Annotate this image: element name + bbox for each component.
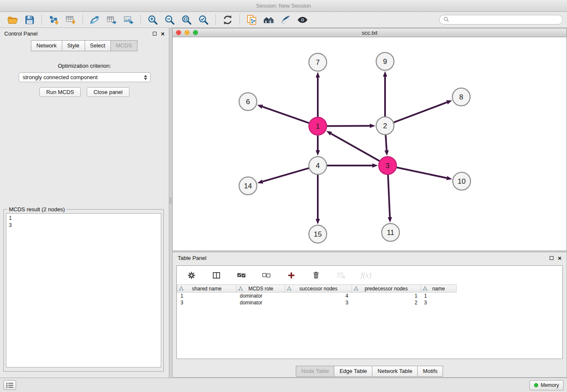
graph-node-8[interactable]: 8 [452, 88, 470, 106]
task-history-button[interactable] [3, 380, 16, 390]
float-table-panel-button[interactable] [550, 256, 553, 260]
zoom-selected-button[interactable] [195, 13, 212, 27]
graph-edge-2-3[interactable] [385, 135, 389, 156]
table-tab-network-table[interactable]: Network Table [372, 366, 418, 377]
network-window-titlebar[interactable]: × − + scc.txt [173, 28, 567, 37]
export-network-button[interactable] [86, 13, 103, 27]
home-button[interactable] [260, 13, 277, 27]
import-table-button[interactable] [62, 13, 79, 27]
criterion-dropdown[interactable]: strongly connected component [19, 72, 151, 82]
column-header-label: predecessor nodes [365, 286, 408, 292]
window-titlebar[interactable]: Session: New Session [0, 0, 567, 12]
graph-edge-4-14[interactable] [257, 168, 309, 184]
mcds-result-text[interactable]: 1 3 [6, 213, 161, 367]
table-cell[interactable]: 3 [421, 299, 456, 306]
table-row[interactable]: 3dominator323 [177, 299, 457, 306]
tab-mcds[interactable]: MCDS [110, 40, 138, 51]
tab-style[interactable]: Style [62, 40, 85, 51]
table-row[interactable]: 1dominator411 [177, 293, 457, 299]
table-tab-motifs[interactable]: Motifs [417, 366, 443, 377]
toggle-column-button[interactable] [208, 268, 225, 282]
graph-node-9[interactable]: 9 [376, 52, 394, 70]
table-cell[interactable]: 2 [352, 299, 421, 306]
memory-button[interactable]: Memory [529, 380, 564, 390]
graph-node-11[interactable]: 11 [382, 224, 399, 241]
tab-select[interactable]: Select [85, 40, 111, 51]
open-file-button[interactable] [4, 13, 21, 27]
close-mcds-panel-button[interactable]: Close panel [87, 87, 129, 97]
graph-node-6[interactable]: 6 [239, 93, 257, 110]
show-graphics-details-button[interactable] [294, 13, 311, 27]
save-session-button[interactable] [21, 13, 38, 27]
main-toolbar [0, 12, 567, 28]
table-cell[interactable]: 3 [285, 299, 352, 306]
close-window-button[interactable]: × [176, 30, 181, 35]
zoom-fit-button[interactable] [178, 13, 195, 27]
main-area: Control Panel × NetworkStyleSelectMCDS O… [0, 28, 567, 378]
delete-column-button[interactable] [308, 268, 325, 282]
table-panel-header: Table Panel × [173, 252, 567, 264]
table-tab-edge-table[interactable]: Edge Table [334, 366, 372, 377]
splitter-handle[interactable] [170, 197, 171, 204]
graph-edge-3-11[interactable] [388, 175, 392, 223]
graph-node-1[interactable]: 1 [309, 117, 327, 135]
column-header-successor-nodes[interactable]: successor nodes [285, 285, 352, 293]
graph-edge-1-4[interactable] [316, 135, 320, 156]
export-image-button[interactable] [120, 13, 137, 27]
column-header-MCDS-role[interactable]: MCDS role [237, 285, 285, 293]
graph-node-7[interactable]: 7 [309, 53, 327, 71]
graph-node-label: 1 [316, 122, 319, 130]
graph-edge-1-7[interactable] [316, 72, 320, 117]
table-cell[interactable]: 1 [177, 293, 237, 299]
zoom-window-button[interactable]: + [193, 30, 198, 35]
table-cell[interactable]: dominator [237, 293, 285, 299]
graph-edge-2-9[interactable] [383, 71, 387, 116]
minimize-window-button[interactable]: − [184, 30, 190, 35]
add-column-button[interactable] [283, 268, 300, 282]
table-cell[interactable]: 3 [177, 299, 237, 306]
run-mcds-button[interactable]: Run MCDS [39, 87, 81, 97]
close-table-panel-button[interactable]: × [558, 255, 561, 261]
mcds-buttons-row: Run MCDS Close panel [0, 87, 169, 97]
graph-edge-1-6[interactable] [257, 105, 309, 123]
graph-node-15[interactable]: 15 [309, 225, 327, 243]
network-canvas[interactable]: 7968124314101511 [173, 37, 567, 251]
graph-node-4[interactable]: 4 [309, 157, 327, 174]
graph-edge-4-15[interactable] [316, 175, 320, 224]
graph-node-14[interactable]: 14 [239, 177, 257, 195]
column-header-shared-name[interactable]: shared name [177, 285, 237, 293]
table-cell[interactable]: 1 [352, 293, 421, 299]
refresh-button[interactable] [219, 13, 236, 27]
graph-edge-2-8[interactable] [394, 100, 452, 122]
clone-network-button[interactable] [243, 13, 260, 27]
graph-node-10[interactable]: 10 [453, 172, 471, 190]
column-type-icon [423, 286, 427, 291]
tab-network[interactable]: Network [31, 40, 62, 51]
column-header-name[interactable]: name [421, 285, 456, 293]
select-all-columns-button[interactable] [233, 268, 250, 282]
column-header-predecessor-nodes[interactable]: predecessor nodes [352, 285, 421, 293]
graph-edge-3-10[interactable] [397, 168, 452, 180]
float-control-panel-button[interactable] [153, 32, 157, 36]
search-box[interactable] [439, 15, 563, 25]
deselect-all-columns-button[interactable] [258, 268, 275, 282]
graph-node-2[interactable]: 2 [376, 117, 394, 135]
zoom-out-button[interactable] [161, 13, 178, 27]
graph-edge-3-1[interactable] [326, 131, 380, 161]
table-cell[interactable]: dominator [237, 299, 285, 306]
table-panel: Table Panel × f(x) shared nameMCDS roles… [172, 252, 567, 378]
panel-splitter[interactable] [169, 28, 172, 378]
zoom-in-button[interactable] [144, 13, 161, 27]
table-tab-node-table[interactable]: Node Table [296, 366, 335, 377]
graph-node-3[interactable]: 3 [379, 157, 396, 174]
graph-edge-4-3[interactable] [327, 163, 378, 168]
style-button[interactable] [277, 13, 294, 27]
table-cell[interactable]: 1 [421, 293, 456, 299]
import-network-button[interactable] [45, 13, 62, 27]
search-input[interactable] [451, 17, 559, 23]
table-settings-button[interactable] [183, 268, 200, 282]
table-cell[interactable]: 4 [285, 293, 352, 299]
export-table-button[interactable] [103, 13, 120, 27]
graph-edge-1-2[interactable] [327, 124, 375, 128]
close-control-panel-button[interactable]: × [161, 30, 165, 37]
